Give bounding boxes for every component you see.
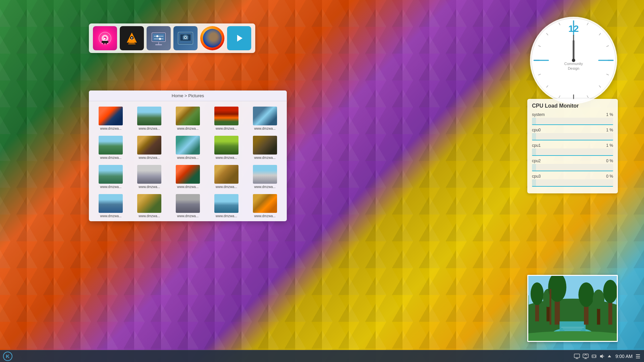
file-label-16: www.dmzwa... — [100, 214, 121, 218]
svg-line-83 — [584, 354, 586, 356]
cpu-row-cpu3: cpu3 0 % — [532, 174, 613, 187]
nature-photo-widget — [527, 275, 618, 342]
file-label-4: www.dmzwa... — [216, 127, 237, 130]
file-label-8: www.dmzwa... — [177, 156, 199, 160]
file-thumb-16 — [99, 194, 123, 213]
cpu-value: 0 % — [606, 159, 613, 163]
monitor-tray-icon[interactable] — [574, 354, 580, 359]
file-item-13[interactable]: www.dmzwa... — [169, 163, 207, 191]
svg-marker-89 — [608, 355, 611, 357]
file-item-17[interactable]: www.dmzwa... — [131, 192, 168, 220]
svg-point-28 — [185, 37, 186, 38]
file-thumb-13 — [176, 165, 200, 184]
svg-line-84 — [586, 354, 587, 356]
quicklaunch-firefox[interactable] — [200, 26, 224, 50]
file-item-12[interactable]: www.dmzwa... — [131, 163, 168, 191]
file-item-7[interactable]: www.dmzwa... — [131, 134, 168, 162]
file-item-11[interactable]: www.dmzwa... — [92, 163, 129, 191]
quicklaunch-more[interactable] — [227, 26, 251, 50]
file-thumb-17 — [137, 194, 161, 213]
svg-text:K: K — [6, 353, 10, 359]
kde-menu-button[interactable]: K — [3, 351, 13, 361]
svg-point-22 — [159, 38, 161, 40]
file-label-9: www.dmzwa... — [216, 156, 237, 160]
file-browser-grid: www.dmzwa... www.dmzwa... www.dmzwa... w… — [89, 101, 287, 221]
cpu-value: 1 % — [606, 128, 613, 132]
svg-point-54 — [572, 59, 575, 62]
cpu-load-monitor: CPU Load Monitor system 1 % cpu0 1 % cpu… — [527, 99, 618, 193]
file-item-10[interactable]: www.dmzwa... — [246, 134, 283, 162]
file-thumb-6 — [99, 136, 123, 155]
svg-rect-14 — [129, 39, 134, 40]
file-thumb-10 — [253, 136, 277, 155]
file-item-1[interactable]: www.dmzwa... — [92, 105, 129, 132]
cpu-label: system — [532, 112, 545, 117]
quicklaunch-screenshot[interactable] — [173, 26, 198, 50]
file-item-2[interactable]: www.dmzwa... — [131, 105, 168, 132]
taskbar-right: 9:00 AM — [574, 354, 644, 359]
file-label-15: www.dmzwa... — [254, 185, 276, 189]
svg-point-68 — [593, 290, 604, 309]
file-thumb-2 — [137, 107, 161, 125]
file-label-11: www.dmzwa... — [100, 185, 121, 189]
file-thumb-20 — [253, 194, 277, 213]
file-thumb-19 — [214, 194, 238, 213]
quicklaunch-clementine[interactable]: ▶ — [93, 26, 117, 50]
file-item-4[interactable]: www.dmzwa... — [208, 105, 245, 132]
file-browser: Home > Pictures www.dmzwa... www.dmzwa..… — [89, 90, 287, 221]
taskbar-time: 9:00 AM — [615, 354, 633, 359]
taskbar-menu-icon[interactable] — [635, 354, 641, 359]
svg-rect-16 — [153, 34, 165, 41]
file-item-3[interactable]: www.dmzwa... — [169, 105, 207, 132]
svg-rect-9 — [130, 41, 133, 42]
tray-up-arrow[interactable] — [607, 354, 611, 358]
file-thumb-8 — [176, 136, 200, 155]
file-item-18[interactable]: www.dmzwa... — [169, 192, 207, 220]
file-item-5[interactable]: www.dmzwa... — [246, 105, 283, 132]
svg-rect-3 — [103, 42, 104, 44]
file-label-7: www.dmzwa... — [139, 156, 160, 160]
svg-rect-29 — [184, 35, 187, 36]
quicklaunch-vlc[interactable] — [120, 26, 144, 50]
file-label-14: www.dmzwa... — [216, 185, 237, 189]
file-label-19: www.dmzwa... — [216, 214, 237, 218]
svg-marker-30 — [237, 35, 243, 42]
file-item-16[interactable]: www.dmzwa... — [92, 192, 129, 220]
file-label-18: www.dmzwa... — [177, 214, 199, 218]
taskbar-left: K — [0, 351, 13, 361]
cpu-label: cpu2 — [532, 159, 541, 163]
file-item-20[interactable]: www.dmzwa... — [246, 192, 283, 220]
file-thumb-11 — [99, 165, 123, 184]
file-item-6[interactable]: www.dmzwa... — [92, 134, 129, 162]
file-label-17: www.dmzwa... — [139, 214, 160, 218]
cpu-label: cpu3 — [532, 174, 541, 179]
file-thumb-4 — [214, 107, 238, 125]
svg-point-58 — [531, 282, 544, 305]
cpu-label: cpu1 — [532, 143, 541, 148]
svg-point-20 — [156, 35, 158, 37]
file-browser-breadcrumb: Home > Pictures — [89, 90, 287, 101]
taskbar: K — [0, 350, 644, 362]
file-label-10: www.dmzwa... — [254, 156, 276, 160]
cpu-value: 0 % — [606, 174, 613, 179]
storage-tray-icon[interactable] — [591, 354, 597, 359]
file-item-8[interactable]: www.dmzwa... — [169, 134, 207, 162]
svg-rect-18 — [155, 44, 162, 45]
file-thumb-7 — [137, 136, 161, 155]
cpu-row-cpu1: cpu1 1 % — [532, 143, 613, 156]
file-label-2: www.dmzwa... — [139, 127, 160, 130]
svg-rect-4 — [106, 42, 107, 44]
file-label-3: www.dmzwa... — [177, 127, 199, 130]
file-label-12: www.dmzwa... — [139, 185, 160, 189]
svg-rect-2 — [102, 41, 108, 43]
file-item-9[interactable]: www.dmzwa... — [208, 134, 245, 162]
file-item-14[interactable]: www.dmzwa... — [208, 163, 245, 191]
file-label-13: www.dmzwa... — [177, 185, 199, 189]
network-tray-icon[interactable] — [583, 354, 589, 359]
file-thumb-15 — [253, 165, 277, 184]
quicklaunch-display-config[interactable] — [147, 26, 171, 50]
volume-tray-icon[interactable] — [599, 354, 605, 359]
file-thumb-9 — [214, 136, 238, 155]
file-item-15[interactable]: www.dmzwa... — [246, 163, 283, 191]
file-item-19[interactable]: www.dmzwa... — [208, 192, 245, 220]
